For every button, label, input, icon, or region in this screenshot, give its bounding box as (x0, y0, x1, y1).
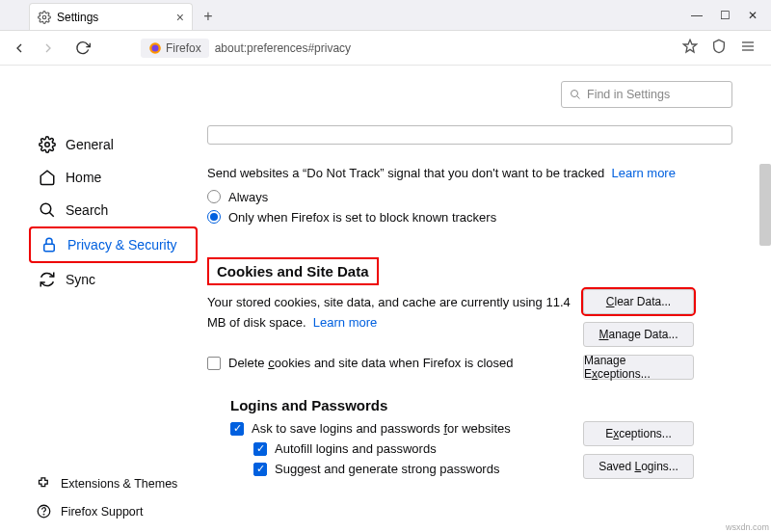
menu-icon[interactable] (740, 39, 756, 58)
new-tab-button[interactable]: + (197, 5, 220, 28)
checkbox-icon: ✓ (230, 422, 244, 436)
dnt-option-always[interactable]: Always (207, 190, 732, 204)
radio-label: Always (228, 190, 268, 204)
firefox-icon (148, 41, 162, 55)
gear-icon (38, 11, 51, 24)
checkbox-label: Suggest and generate strong passwords (275, 462, 499, 476)
main-panel: Find in Settings Send websites a “Do Not… (198, 66, 771, 532)
close-window-icon[interactable]: ✕ (748, 9, 758, 22)
maximize-icon[interactable]: ☐ (720, 9, 731, 22)
browser-tab[interactable]: Settings × (29, 3, 193, 30)
sidebar: General Home Search Privacy & Security S… (0, 66, 198, 532)
cookies-learn-more-link[interactable]: Learn more (313, 315, 377, 330)
back-button[interactable] (10, 39, 29, 58)
dnt-option-only[interactable]: Only when Firefox is set to block known … (207, 210, 732, 225)
sidebar-item-label: General (66, 137, 114, 152)
dnt-learn-more-link[interactable]: Learn more (611, 166, 675, 180)
checkbox-icon (207, 357, 221, 370)
address-bar[interactable]: Firefox about:preferences#privacy (141, 39, 673, 58)
address-url: about:preferences#privacy (215, 41, 351, 55)
toolbar: Firefox about:preferences#privacy (0, 31, 771, 66)
window-controls: — ☐ ✕ (691, 0, 765, 31)
cookies-section-title: Cookies and Site Data (207, 257, 379, 285)
svg-point-6 (45, 143, 50, 147)
sidebar-item-extensions[interactable]: Extensions & Themes (29, 470, 185, 496)
shield-icon[interactable] (711, 39, 727, 58)
address-badge: Firefox (141, 39, 209, 58)
manage-data-button[interactable]: Manage Data... (583, 322, 694, 347)
sidebar-item-search[interactable]: Search (29, 194, 198, 226)
address-badge-text: Firefox (166, 41, 201, 55)
cookies-desc: Your stored cookies, site data, and cach… (207, 293, 583, 333)
home-icon (39, 169, 56, 186)
minimize-icon[interactable]: — (691, 9, 703, 22)
clear-data-button[interactable]: Clear Data... (583, 289, 694, 314)
search-icon (570, 89, 581, 100)
svg-point-2 (152, 44, 159, 51)
saved-logins-button[interactable]: Saved Logins... (583, 454, 694, 479)
puzzle-icon (37, 476, 51, 491)
svg-point-7 (40, 203, 51, 214)
sidebar-item-label: Privacy & Security (67, 237, 177, 253)
tab-bar: Settings × + — ☐ ✕ (0, 0, 771, 31)
svg-rect-9 (44, 244, 55, 252)
bookmark-icon[interactable] (682, 39, 698, 58)
dnt-text: Send websites a “Do Not Track” signal th… (207, 164, 732, 184)
checkbox-label: Delete cookies and site data when Firefo… (228, 356, 514, 370)
sidebar-item-sync[interactable]: Sync (29, 263, 198, 296)
checkbox-label: Autofill logins and passwords (275, 441, 437, 456)
radio-icon (207, 190, 221, 203)
tab-title: Settings (57, 11, 171, 24)
svg-line-8 (49, 212, 54, 217)
logins-section-title: Logins and Passwords (230, 397, 732, 413)
sidebar-item-label: Home (66, 170, 101, 185)
manage-exceptions-button[interactable]: Manage Exceptions... (583, 355, 694, 380)
sidebar-item-home[interactable]: Home (29, 161, 198, 194)
logins-exceptions-button[interactable]: Exceptions... (583, 421, 694, 446)
svg-point-11 (43, 514, 44, 515)
sidebar-item-label: Extensions & Themes (61, 477, 177, 491)
sidebar-item-label: Search (66, 202, 108, 218)
content-blocking-box (207, 125, 732, 145)
radio-label: Only when Firefox is set to block known … (228, 210, 496, 225)
sidebar-item-privacy[interactable]: Privacy & Security (29, 226, 198, 263)
svg-point-0 (42, 15, 46, 19)
sidebar-item-label: Firefox Support (61, 505, 143, 519)
sync-icon (39, 271, 56, 288)
gear-icon (39, 136, 56, 153)
checkbox-icon: ✓ (253, 442, 267, 456)
search-placeholder: Find in Settings (587, 88, 670, 101)
reload-button[interactable] (73, 39, 93, 58)
forward-button[interactable] (39, 39, 58, 58)
help-icon (37, 504, 51, 519)
scrollbar[interactable] (759, 164, 771, 246)
sidebar-item-label: Sync (66, 272, 95, 287)
close-icon[interactable]: × (176, 10, 184, 25)
checkbox-label: Ask to save logins and passwords for web… (252, 421, 511, 436)
checkbox-icon: ✓ (253, 463, 267, 476)
search-input[interactable]: Find in Settings (561, 81, 732, 108)
lock-icon (40, 236, 58, 253)
watermark: wsxdn.com (726, 522, 769, 532)
sidebar-item-general[interactable]: General (29, 128, 198, 161)
svg-point-12 (572, 91, 578, 97)
search-icon (39, 201, 56, 219)
svg-line-13 (577, 96, 580, 99)
sidebar-item-support[interactable]: Firefox Support (29, 498, 185, 524)
radio-icon (207, 210, 221, 224)
